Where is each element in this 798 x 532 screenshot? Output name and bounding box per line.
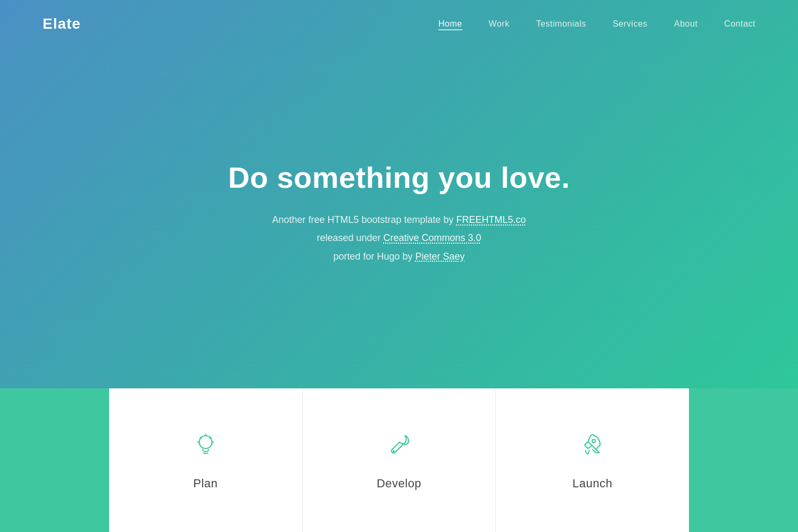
hero-content: Do something you love. Another free HTML… (218, 37, 581, 388)
card-plan-label: Plan (193, 477, 218, 491)
wrench-icon (385, 430, 414, 462)
card-develop-label: Develop (377, 477, 421, 491)
svg-point-3 (592, 439, 595, 443)
freehtml5-link[interactable]: FREEHTML5.co (456, 214, 526, 225)
nav-item-about[interactable]: About (674, 19, 697, 29)
cards-section: Plan Develop La (0, 388, 798, 532)
hero-subtitle-line1: Another free HTML5 bootstrap template by… (272, 214, 526, 225)
nav-link-contact[interactable]: Contact (724, 19, 755, 28)
card-develop: Develop (303, 388, 496, 532)
svg-point-2 (393, 450, 395, 452)
nav-item-contact[interactable]: Contact (724, 19, 755, 29)
hero-subtitle-line3: ported for Hugo by Pieter Saey (333, 251, 464, 262)
lightbulb-icon (191, 430, 220, 462)
nav-link-home[interactable]: Home (438, 19, 462, 30)
nav-link-work[interactable]: Work (489, 19, 510, 28)
hero-section: Elate Home Work Testimonials Services Ab… (0, 0, 798, 388)
creative-commons-link[interactable]: Creative Commons 3.0 (384, 232, 481, 243)
nav-link-about[interactable]: About (674, 19, 697, 28)
card-launch-label: Launch (572, 477, 612, 491)
hero-title: Do something you love. (228, 160, 570, 195)
hero-subtitle-line2: released under Creative Commons 3.0 (317, 232, 481, 243)
hero-subtitle: Another free HTML5 bootstrap template by… (272, 211, 526, 265)
nav-link-testimonials[interactable]: Testimonials (536, 19, 586, 28)
nav-links: Home Work Testimonials Services About Co… (438, 19, 755, 29)
nav-item-home[interactable]: Home (438, 19, 462, 29)
rocket-icon (578, 430, 607, 462)
nav-item-testimonials[interactable]: Testimonials (536, 19, 586, 29)
navbar: Elate Home Work Testimonials Services Ab… (0, 0, 798, 48)
brand-logo[interactable]: Elate (43, 15, 81, 32)
nav-link-services[interactable]: Services (613, 19, 647, 28)
pieter-saey-link[interactable]: Pieter Saey (415, 251, 465, 262)
cards-container: Plan Develop La (109, 388, 689, 532)
nav-item-work[interactable]: Work (489, 19, 510, 29)
card-launch: Launch (496, 388, 689, 532)
nav-item-services[interactable]: Services (613, 19, 647, 29)
card-plan: Plan (109, 388, 303, 532)
